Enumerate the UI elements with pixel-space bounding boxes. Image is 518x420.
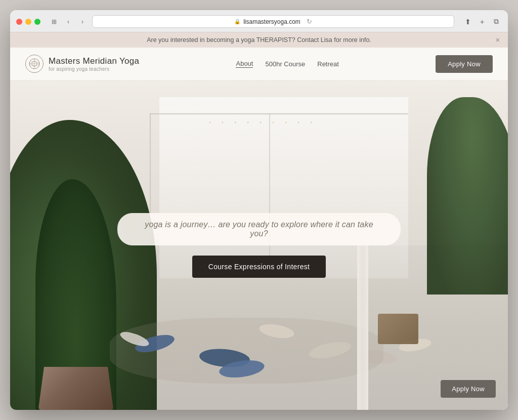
nav-retreat[interactable]: Retreat bbox=[317, 60, 339, 68]
new-tab-icon[interactable]: + bbox=[477, 16, 488, 27]
hero-section: • • • • • • • • • bbox=[10, 80, 508, 410]
browser-actions: ⬆ + ⧉ bbox=[462, 16, 502, 27]
browser-chrome: ⊞ ‹ › 🔒 lisamastersyoga.com ↻ ⬆ + ⧉ bbox=[10, 10, 508, 32]
hero-content: yoga is a journey… are you ready to expl… bbox=[10, 80, 508, 410]
announcement-text: Are you interested in becoming a yoga TH… bbox=[147, 36, 371, 44]
browser-navigation: ⊞ ‹ › bbox=[49, 16, 88, 27]
back-button[interactable]: ‹ bbox=[63, 16, 74, 27]
tabs-icon[interactable]: ⊞ bbox=[49, 16, 60, 27]
announcement-bar: Are you interested in becoming a yoga TH… bbox=[10, 32, 508, 48]
nav-course[interactable]: 500hr Course bbox=[265, 60, 305, 68]
course-expressions-button[interactable]: Course Expressions of Interest bbox=[192, 256, 326, 278]
website-content: Are you interested in becoming a yoga TH… bbox=[10, 32, 508, 410]
nav-about[interactable]: About bbox=[236, 60, 253, 68]
forward-button[interactable]: › bbox=[77, 16, 88, 27]
hero-tagline: yoga is a journey… are you ready to expl… bbox=[138, 220, 380, 238]
logo-svg bbox=[29, 58, 40, 69]
site-header: Masters Meridian Yoga for aspiring yoga … bbox=[10, 48, 508, 80]
hero-tagline-box: yoga is a journey… are you ready to expl… bbox=[117, 213, 401, 245]
site-tagline: for aspiring yoga teachers bbox=[49, 66, 139, 72]
announcement-close-button[interactable]: × bbox=[496, 36, 500, 44]
main-nav: About 500hr Course Retreat bbox=[236, 60, 338, 68]
lock-icon: 🔒 bbox=[234, 19, 240, 24]
close-button[interactable] bbox=[16, 19, 22, 25]
url-text: lisamastersyoga.com bbox=[243, 18, 300, 25]
logo-text: Masters Meridian Yoga for aspiring yoga … bbox=[49, 56, 139, 72]
apply-now-corner-button[interactable]: Apply Now bbox=[441, 380, 496, 398]
traffic-lights bbox=[16, 19, 40, 25]
browser-window: ⊞ ‹ › 🔒 lisamastersyoga.com ↻ ⬆ + ⧉ Are … bbox=[10, 10, 508, 410]
fullscreen-button[interactable] bbox=[34, 19, 40, 25]
share-icon[interactable]: ⬆ bbox=[462, 16, 473, 27]
apply-now-header-button[interactable]: Apply Now bbox=[436, 55, 493, 73]
logo-icon bbox=[25, 55, 44, 73]
windows-icon[interactable]: ⧉ bbox=[491, 16, 502, 27]
minimize-button[interactable] bbox=[25, 19, 31, 25]
logo-area: Masters Meridian Yoga for aspiring yoga … bbox=[25, 55, 139, 73]
site-name: Masters Meridian Yoga bbox=[49, 56, 139, 66]
refresh-icon[interactable]: ↻ bbox=[307, 18, 312, 25]
address-bar[interactable]: 🔒 lisamastersyoga.com ↻ bbox=[92, 15, 454, 28]
